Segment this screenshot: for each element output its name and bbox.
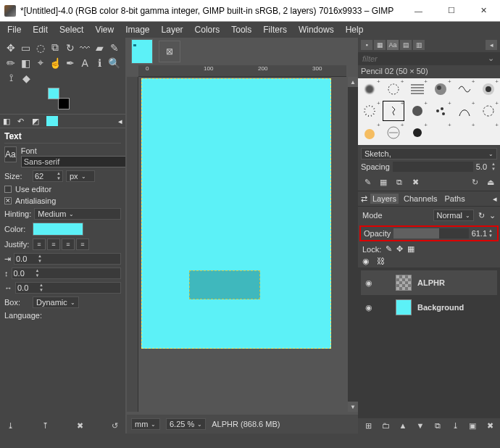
brush-item[interactable]: + <box>405 100 429 122</box>
layer-item-alphr[interactable]: ◉ ALPHR <box>361 270 497 295</box>
patterns-tab-icon[interactable]: ▦ <box>374 40 386 50</box>
new-layer-icon[interactable]: ⊞ <box>362 421 374 431</box>
brush-item[interactable]: + <box>453 122 477 144</box>
lock-pixels-icon[interactable]: ✎ <box>386 244 392 254</box>
mode-dropdown[interactable]: Normal⌄ <box>433 210 474 221</box>
brush-item[interactable]: + <box>405 78 429 100</box>
indent1-spinner[interactable]: ▲▼ <box>14 253 121 265</box>
zoom-icon[interactable]: 🔍 <box>108 56 121 70</box>
font-preview-icon[interactable]: Aa <box>4 146 17 162</box>
menu-tools[interactable]: Tools <box>227 23 256 36</box>
fg-color[interactable] <box>48 88 59 99</box>
window-minimize-button[interactable]: — <box>402 0 435 22</box>
text-color-swatch[interactable] <box>33 223 83 236</box>
size-spinner[interactable]: ▲▼ <box>33 170 63 182</box>
justify-right-icon[interactable]: ≡ <box>47 238 60 250</box>
dock-tab-options-icon[interactable]: ◧ <box>3 117 13 126</box>
menu-windows[interactable]: Windows <box>294 23 338 36</box>
justify-left-icon[interactable]: ≡ <box>33 238 46 250</box>
layers-expander-icon[interactable]: ⇄ <box>361 194 367 204</box>
window-close-button[interactable]: ✕ <box>467 0 500 22</box>
brush-grid[interactable]: + + + + + + + + + + + + + + + + + <box>358 78 500 145</box>
brush-item[interactable]: + <box>453 78 477 100</box>
gradients-tab-icon[interactable]: ▤ <box>400 40 412 50</box>
use-editor-checkbox[interactable]: Use editor <box>4 185 121 194</box>
indent3-spinner[interactable]: ▲▼ <box>15 282 121 294</box>
clone-icon[interactable]: ⌖ <box>34 56 47 70</box>
visibility-toggle-icon[interactable]: ◉ <box>364 278 374 288</box>
menu-help[interactable]: Help <box>341 23 368 36</box>
edit-brush-icon[interactable]: ✎ <box>361 176 374 188</box>
size-unit-dropdown[interactable]: px⌄ <box>66 170 95 182</box>
image-tab-thumb[interactable] <box>131 39 153 64</box>
vertical-scrollbar[interactable]: ▲▼ <box>348 77 358 412</box>
rotate-icon[interactable]: ↻ <box>64 41 77 54</box>
text-tool-icon[interactable]: A <box>78 56 91 70</box>
layer-item-background[interactable]: ◉ Background <box>361 295 497 320</box>
brush-item[interactable]: + <box>476 78 500 100</box>
brush-item[interactable]: + <box>429 100 453 122</box>
crop-icon[interactable]: ⧉ <box>49 41 62 54</box>
configure-dock-icon[interactable]: ◂ <box>486 40 497 50</box>
justify-fill-icon[interactable]: ≡ <box>76 238 89 250</box>
brush-item[interactable]: + <box>476 100 500 122</box>
lock-alpha-icon[interactable]: ▦ <box>407 244 414 254</box>
layer-thumbnail[interactable] <box>396 299 412 315</box>
pencil-icon[interactable]: ✏ <box>4 56 17 70</box>
brush-item-selected[interactable]: + <box>382 100 406 122</box>
ruler-horizontal[interactable]: 0 100 200 300 <box>138 65 346 77</box>
delete-brush-icon[interactable]: ✖ <box>409 176 422 188</box>
brush-item[interactable]: + <box>358 100 382 122</box>
lock-position-icon[interactable]: ✥ <box>396 244 403 254</box>
indent2-spinner[interactable]: ▲▼ <box>12 267 122 279</box>
unit-dropdown[interactable]: mm⌄ <box>131 418 160 430</box>
dock-configure-icon[interactable]: ◂ <box>118 117 122 126</box>
reset-preset-icon[interactable]: ↺ <box>109 421 121 431</box>
picker-icon[interactable]: ℹ <box>93 56 106 70</box>
rect-select-icon[interactable]: ▭ <box>19 41 32 54</box>
menu-filters[interactable]: Filters <box>259 23 291 36</box>
new-brush-icon[interactable]: ▦ <box>377 176 390 188</box>
brush-filter-input[interactable] <box>361 54 485 64</box>
brushes-tab-icon[interactable]: Aa <box>387 40 399 50</box>
dock-menu-icon[interactable]: ◂ <box>493 194 497 204</box>
brush-item[interactable]: + <box>358 78 382 100</box>
merge-down-icon[interactable]: ⤓ <box>449 421 461 431</box>
dockable-tab-icon[interactable]: ▪ <box>361 40 372 50</box>
tab-paths[interactable]: Paths <box>443 194 467 204</box>
brush-item[interactable]: + <box>453 100 477 122</box>
mode-switch-icon[interactable]: ↻ <box>478 211 485 220</box>
dock-tab-images-icon[interactable]: ◩ <box>32 117 42 126</box>
move-tool-icon[interactable]: ✥ <box>4 41 17 54</box>
font-input[interactable] <box>21 156 125 167</box>
duplicate-brush-icon[interactable]: ⧉ <box>393 176 406 188</box>
mode-more-icon[interactable]: ⌄ <box>489 211 496 220</box>
delete-preset-icon[interactable]: ✖ <box>75 421 86 431</box>
menu-file[interactable]: File <box>3 23 25 36</box>
bg-color[interactable] <box>58 98 70 109</box>
menu-select[interactable]: Select <box>55 23 88 36</box>
lower-layer-icon[interactable]: ▼ <box>414 421 426 431</box>
restore-preset-icon[interactable]: ⤒ <box>39 421 51 431</box>
layer-group-icon[interactable]: 🗀 <box>380 421 391 431</box>
menu-image[interactable]: Image <box>121 23 154 36</box>
box-dropdown[interactable]: Dynamic⌄ <box>33 296 79 308</box>
image-tab-close[interactable]: ⊠ <box>159 41 180 62</box>
selection-rectangle[interactable] <box>189 270 260 299</box>
measure-icon[interactable]: ⟟ <box>4 71 18 85</box>
dock-tab-swatch[interactable] <box>46 116 58 126</box>
opacity-slider[interactable] <box>393 228 468 238</box>
warp-icon[interactable]: 〰 <box>78 41 91 54</box>
window-maximize-button[interactable]: ☐ <box>435 0 467 22</box>
extra-tool-icon[interactable]: ◆ <box>20 71 33 85</box>
justify-center-icon[interactable]: ≡ <box>62 238 75 250</box>
fonts-tab-icon[interactable]: ▥ <box>413 40 425 50</box>
fg-bg-swatch[interactable] <box>48 88 70 109</box>
raise-layer-icon[interactable]: ▲ <box>397 421 409 431</box>
mask-icon[interactable]: ▣ <box>467 421 478 431</box>
dock-tab-undo-icon[interactable]: ↶ <box>17 117 28 126</box>
bucket-icon[interactable]: ▰ <box>93 41 106 54</box>
antialiasing-checkbox[interactable]: ✕Antialiasing <box>4 196 121 205</box>
spacing-slider[interactable] <box>393 162 473 172</box>
zoom-dropdown[interactable]: 6.25 %⌄ <box>166 418 206 430</box>
